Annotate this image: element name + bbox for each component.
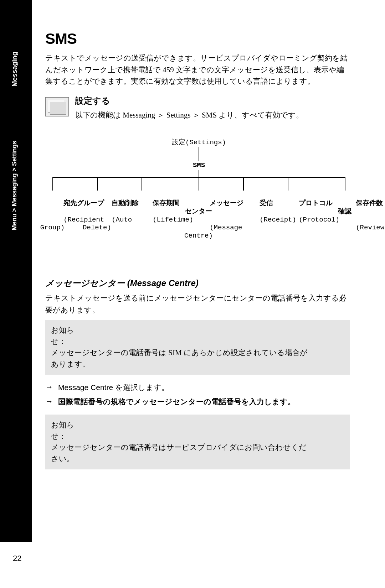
step-1: → Message Centre を選択します。 — [45, 383, 350, 392]
note-box-2: お知らせ：メッセージセンターの電話番号はサービスプロバイダにお問い合わせください… — [45, 415, 350, 469]
intro-paragraph: テキストでメッセージの送受信ができます。サービスプロバイダやローミング契約を結ん… — [45, 52, 350, 87]
tree-leaf-auto-delete: 自動削除 (Auto Delete) — [79, 191, 115, 240]
tree-leaf-recipient-group: 宛先グループ (Recipient Group) — [31, 191, 74, 240]
tree-sms: SMS — [45, 161, 353, 170]
note-body: メッセージセンターの電話番号はサービスプロバイダにお問い合わせください。 — [51, 442, 308, 464]
settings-heading: 設定する — [75, 95, 303, 106]
settings-cards-icon — [45, 97, 69, 116]
settings-text: 以下の機能は Messaging ＞ Settings ＞ SMS より、すべて… — [75, 109, 303, 121]
note-body: メッセージセンターの電話番号は SIM にあらかじめ設定されている場合があります… — [51, 347, 308, 370]
tree-leaf-en: (Review) — [356, 224, 385, 231]
tree-leaf-lifetime: 保存期間 (Lifetime) — [120, 191, 163, 232]
note-box-1: お知らせ：メッセージセンターの電話番号は SIM にあらかじめ設定されている場合… — [45, 320, 350, 375]
page-title: SMS — [45, 30, 350, 47]
subsection-heading: メッセージセンター (Message Centre) — [45, 277, 350, 289]
tree-leaf-protocol: プロトコル (Protocol) — [266, 191, 309, 232]
step-text: 国際電話番号の規格でメッセージセンターの電話番号を入力します。 — [58, 397, 350, 407]
step-2: → 国際電話番号の規格でメッセージセンターの電話番号を入力します。 — [45, 397, 350, 407]
sidebar-section-label: Messaging — [11, 52, 19, 87]
tree-leaf-receipt: 受信 (Receipt) — [227, 191, 259, 232]
subsection-paragraph: テキストメッセージを送る前にメッセージセンターにセンターの電話番号を入力する必要… — [45, 292, 350, 316]
tree-leaf-jp: 保存期間 — [153, 199, 180, 207]
sidebar-breadcrumb: Menu > Messaging > Settings — [11, 141, 18, 230]
step-text: Message Centre を選択します。 — [58, 383, 350, 392]
tree-leaf-jp: 保存件数 確認 — [338, 199, 383, 215]
tree-leaf-message-centre: メッセージ センター (Message Centre) — [177, 191, 220, 248]
arrow-icon: → — [45, 397, 58, 406]
arrow-icon: → — [45, 383, 58, 392]
page-number: 22 — [13, 554, 21, 563]
tree-leaf-review: 保存件数 確認 (Review) — [323, 191, 366, 240]
note-label: お知らせ： — [51, 420, 88, 442]
note-label: お知らせ： — [51, 325, 88, 347]
tree-root: 設定(Settings) — [45, 139, 353, 147]
settings-tree-diagram: 設定(Settings) SMS 宛先グループ (Recipient Group… — [45, 139, 353, 231]
